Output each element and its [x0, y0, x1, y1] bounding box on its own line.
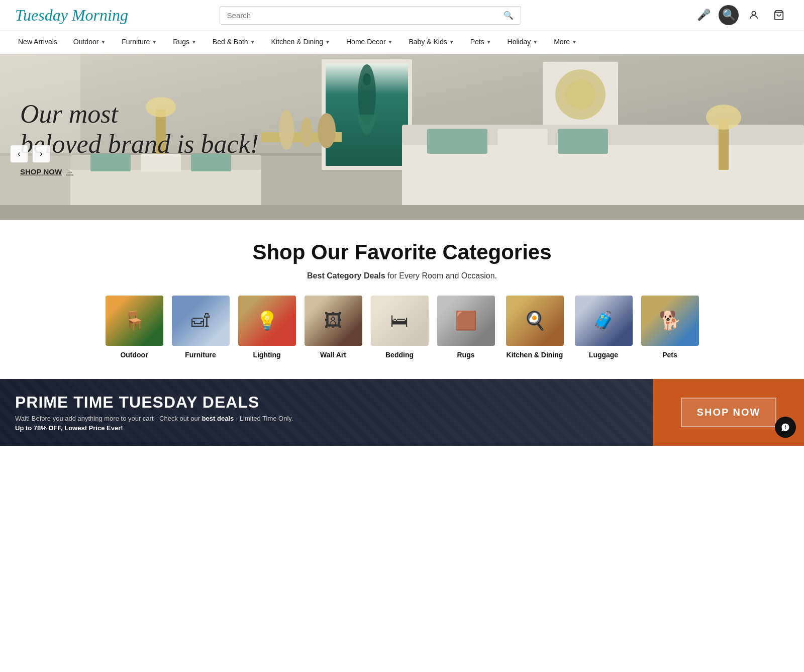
hero-cta-button[interactable]: SHOP NOW → — [20, 167, 259, 175]
promo-subtitle: Wait! Before you add anything more to yo… — [15, 415, 638, 422]
nav-baby-kids[interactable]: Baby & Kids ▼ — [400, 31, 462, 54]
logo-text: Tuesday Morning — [15, 6, 128, 24]
chevron-down-icon: ▼ — [100, 39, 106, 45]
category-item-outdoor[interactable]: 🪑 Outdoor — [104, 296, 164, 359]
category-label-bedding: Bedding — [385, 351, 414, 359]
account-button[interactable] — [744, 5, 764, 25]
search-input[interactable] — [227, 11, 504, 20]
category-item-bedding[interactable]: 🛏 Bedding — [369, 296, 430, 359]
logo[interactable]: Tuesday Morning — [15, 6, 128, 25]
chevron-down-icon: ▼ — [486, 39, 491, 45]
hero-content: Our most beloved brand is back! SHOP NOW… — [20, 99, 259, 176]
category-item-wallart[interactable]: 🖼 Wall Art — [303, 296, 363, 359]
category-image-outdoor: 🪑 — [106, 296, 163, 346]
promo-title: PRIME TIME TUESDAY DEALS — [15, 393, 638, 412]
category-label-kitchen: Kitchen & Dining — [507, 351, 563, 359]
category-label-luggage: Luggage — [589, 351, 618, 359]
svg-rect-28 — [497, 129, 548, 154]
svg-rect-27 — [427, 129, 487, 154]
cart-button[interactable] — [769, 5, 789, 25]
categories-title: Shop Our Favorite Categories — [15, 240, 789, 264]
promo-content: PRIME TIME TUESDAY DEALS Wait! Before yo… — [0, 379, 653, 446]
nav-kitchen-dining[interactable]: Kitchen & Dining ▼ — [263, 31, 338, 54]
category-image-pets: 🐕 — [641, 296, 699, 346]
chat-button[interactable] — [775, 417, 796, 438]
category-image-rugs: 🟫 — [437, 296, 495, 346]
category-label-outdoor: Outdoor — [120, 351, 148, 359]
category-label-wallart: Wall Art — [320, 351, 346, 359]
category-label-lighting: Lighting — [253, 351, 280, 359]
svg-point-18 — [300, 117, 313, 147]
category-image-lighting: 💡 — [238, 296, 296, 346]
chevron-down-icon: ▼ — [325, 39, 330, 45]
hero-banner: Our most beloved brand is back! SHOP NOW… — [0, 54, 804, 220]
nav-furniture[interactable]: Furniture ▼ — [114, 31, 165, 54]
category-item-lighting[interactable]: 💡 Lighting — [237, 296, 297, 359]
header: Tuesday Morning 🔍 🎤 🔍 — [0, 0, 804, 31]
nav-bed-bath[interactable]: Bed & Bath ▼ — [205, 31, 263, 54]
category-label-rugs: Rugs — [457, 351, 475, 359]
svg-rect-29 — [558, 129, 608, 154]
promo-discount-text: Up to 78% OFF, Lowest Price Ever! — [15, 424, 638, 432]
chevron-down-icon: ▼ — [388, 39, 393, 45]
search-bar[interactable]: 🔍 — [220, 6, 521, 25]
svg-rect-32 — [0, 205, 804, 220]
chevron-down-icon: ▼ — [449, 39, 454, 45]
category-label-pets: Pets — [662, 351, 677, 359]
category-item-luggage[interactable]: 🧳 Luggage — [573, 296, 634, 359]
svg-point-0 — [752, 12, 755, 15]
promo-cta-area[interactable]: SHOP NOW — [653, 379, 804, 446]
search-button[interactable]: 🔍 — [719, 5, 739, 25]
nav-home-decor[interactable]: Home Decor ▼ — [338, 31, 401, 54]
category-item-rugs[interactable]: 🟫 Rugs — [436, 296, 496, 359]
category-image-furniture: 🛋 — [172, 296, 230, 346]
category-label-furniture: Furniture — [185, 351, 216, 359]
mic-button[interactable]: 🎤 — [693, 5, 714, 25]
categories-subtitle: Best Category Deals for Every Room and O… — [15, 271, 789, 280]
chevron-down-icon: ▼ — [533, 39, 538, 45]
svg-point-12 — [565, 79, 595, 110]
category-item-pets[interactable]: 🐕 Pets — [640, 296, 700, 359]
promo-banner: PRIME TIME TUESDAY DEALS Wait! Before yo… — [0, 379, 804, 446]
hero-prev-button[interactable]: ‹ — [10, 145, 28, 163]
header-icons: 🎤 🔍 — [693, 5, 789, 25]
nav-outdoor[interactable]: Outdoor ▼ — [65, 31, 114, 54]
nav-more[interactable]: More ▼ — [546, 31, 585, 54]
category-image-bedding: 🛏 — [371, 296, 429, 346]
chevron-down-icon: ▼ — [191, 39, 196, 45]
svg-point-9 — [363, 73, 371, 85]
nav-holiday[interactable]: Holiday ▼ — [499, 31, 546, 54]
promo-shop-button[interactable]: SHOP NOW — [681, 398, 777, 427]
category-item-furniture[interactable]: 🛋 Furniture — [170, 296, 231, 359]
svg-point-31 — [706, 105, 741, 130]
categories-grid: 🪑 Outdoor 🛋 Furniture 💡 Lighting 🖼 Wall … — [15, 296, 789, 359]
nav-new-arrivals[interactable]: New Arrivals — [10, 31, 65, 54]
svg-point-19 — [318, 113, 336, 148]
chevron-down-icon: ▼ — [152, 39, 157, 45]
nav: New Arrivals Outdoor ▼ Furniture ▼ Rugs … — [0, 31, 804, 54]
chevron-down-icon: ▼ — [572, 39, 577, 45]
category-image-wallart: 🖼 — [305, 296, 362, 346]
search-bar-icon: 🔍 — [504, 11, 514, 20]
svg-point-17 — [279, 110, 294, 150]
chevron-down-icon: ▼ — [250, 39, 255, 45]
hero-nav-controls: ‹ › — [10, 145, 50, 163]
nav-pets[interactable]: Pets ▼ — [462, 31, 499, 54]
category-image-luggage: 🧳 — [575, 296, 633, 346]
categories-section: Shop Our Favorite Categories Best Catego… — [0, 220, 804, 369]
hero-next-button[interactable]: › — [32, 145, 50, 163]
category-image-kitchen: 🍳 — [506, 296, 564, 346]
nav-rugs[interactable]: Rugs ▼ — [165, 31, 205, 54]
category-item-kitchen[interactable]: 🍳 Kitchen & Dining — [502, 296, 567, 359]
hero-tagline: Our most beloved brand is back! — [20, 99, 259, 159]
